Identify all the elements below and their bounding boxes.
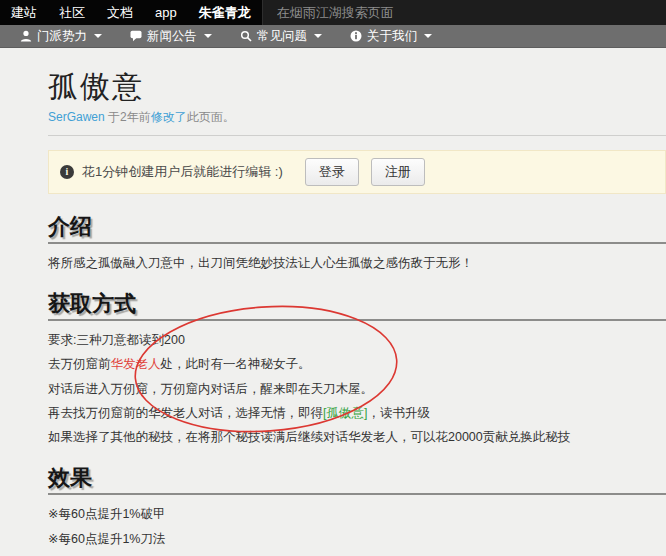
section-intro: 将所感之孤傲融入刀意中，出刀间凭绝妙技法让人心生孤傲之感伤敌于无形！ bbox=[48, 256, 666, 270]
topbar-item-jianzhan[interactable]: 建站 bbox=[0, 0, 48, 25]
nav-bar: 门派势力 新闻公告 常见问题 关于我们 bbox=[0, 25, 666, 48]
nav-item-label: 门派势力 bbox=[37, 28, 87, 45]
divider bbox=[48, 135, 666, 136]
nav-item-factions[interactable]: 门派势力 bbox=[6, 25, 116, 47]
login-button[interactable]: 登录 bbox=[305, 158, 359, 186]
user-icon bbox=[20, 30, 32, 42]
topbar-item-app[interactable]: app bbox=[144, 0, 188, 25]
nav-item-label: 常见问题 bbox=[257, 28, 307, 45]
section-heading-effect: 效果 bbox=[48, 465, 666, 495]
text-run: 处，此时有一名神秘女子。 bbox=[161, 357, 311, 371]
info-icon bbox=[350, 30, 362, 42]
keyword-red[interactable]: 华发老人 bbox=[111, 357, 161, 371]
register-button[interactable]: 注册 bbox=[371, 158, 425, 186]
section-effect: ※每60点提升1%破甲※每60点提升1%刀法※练至300级增加6%命中Ps.可与… bbox=[48, 507, 666, 556]
chevron-down-icon bbox=[314, 34, 322, 38]
chevron-down-icon bbox=[204, 34, 212, 38]
paragraph: 再去找万仞窟前的华发老人对话，选择无情，即得[孤傲意]，读书升级 bbox=[48, 406, 666, 420]
search-icon bbox=[240, 30, 252, 42]
nav-item-label: 关于我们 bbox=[367, 28, 417, 45]
chevron-down-icon bbox=[424, 34, 432, 38]
section-heading-intro: 介绍 bbox=[48, 214, 666, 244]
text-run: ※每60点提升1%破甲 bbox=[48, 507, 165, 521]
paragraph: 将所感之孤傲融入刀意中，出刀间凭绝妙技法让人心生孤傲之感伤敌于无形！ bbox=[48, 256, 666, 270]
text-run: 去万仞窟前 bbox=[48, 357, 111, 371]
topbar-item-shequ[interactable]: 社区 bbox=[48, 0, 96, 25]
paragraph: 去万仞窟前华发老人处，此时有一名神秘女子。 bbox=[48, 357, 666, 371]
search-input[interactable] bbox=[262, 0, 666, 25]
byline: SerGawen 于2年前修改了此页面。 bbox=[48, 109, 666, 126]
paragraph: ※每60点提升1%破甲 bbox=[48, 507, 666, 521]
nav-item-about[interactable]: 关于我们 bbox=[336, 25, 446, 47]
paragraph: 对话后进入万仞窟，万仞窟内对话后，醒来即在天刀木屋。 bbox=[48, 382, 666, 396]
text-run: 要求:三种刀意都读到200 bbox=[48, 333, 185, 347]
paragraph: 要求:三种刀意都读到200 bbox=[48, 333, 666, 347]
author-link[interactable]: SerGawen bbox=[48, 110, 105, 124]
login-alert: i 花1分钟创建用户后就能进行编辑 :) 登录 注册 bbox=[48, 150, 666, 194]
comment-icon bbox=[130, 30, 142, 42]
section-heading-obtain: 获取方式 bbox=[48, 291, 666, 321]
text-run: 如果选择了其他的秘技，在将那个秘技读满后继续对话华发老人，可以花20000贡献兑… bbox=[48, 430, 570, 444]
nav-item-label: 新闻公告 bbox=[147, 28, 197, 45]
text-run: ※每60点提升1%刀法 bbox=[48, 532, 165, 546]
paragraph: 如果选择了其他的秘技，在将那个秘技读满后继续对话华发老人，可以花20000贡献兑… bbox=[48, 430, 666, 444]
alert-text: 花1分钟创建用户后就能进行编辑 :) bbox=[82, 163, 283, 181]
chevron-down-icon bbox=[94, 34, 102, 38]
page: { "topbar": { "items": ["建站", "社区", "文档"… bbox=[0, 0, 666, 556]
main-content: 孤傲意 SerGawen 于2年前修改了此页面。 i 花1分钟创建用户后就能进行… bbox=[48, 70, 666, 556]
top-bar: 建站 社区 文档 app 朱雀青龙 bbox=[0, 0, 666, 25]
topbar-item-brand[interactable]: 朱雀青龙 bbox=[188, 0, 262, 25]
byline-text: 于2年前 bbox=[105, 110, 151, 124]
text-run: 再去找万仞窟前的华发老人对话，选择无情，即得 bbox=[48, 406, 323, 420]
page-title: 孤傲意 bbox=[48, 70, 666, 103]
text-run: 将所感之孤傲融入刀意中，出刀间凭绝妙技法让人心生孤傲之感伤敌于无形！ bbox=[48, 256, 473, 270]
text-run: 对话后进入万仞窟，万仞窟内对话后，醒来即在天刀木屋。 bbox=[48, 382, 373, 396]
info-icon: i bbox=[60, 165, 74, 179]
paragraph: ※每60点提升1%刀法 bbox=[48, 532, 666, 546]
byline-text: 此页面。 bbox=[187, 110, 235, 124]
nav-item-news[interactable]: 新闻公告 bbox=[116, 25, 226, 47]
keyword-green[interactable]: [孤傲意] bbox=[323, 406, 367, 420]
nav-item-faq[interactable]: 常见问题 bbox=[226, 25, 336, 47]
section-obtain: 要求:三种刀意都读到200去万仞窟前华发老人处，此时有一名神秘女子。对话后进入万… bbox=[48, 333, 666, 445]
text-run: ，读书升级 bbox=[367, 406, 430, 420]
topbar-item-wendang[interactable]: 文档 bbox=[96, 0, 144, 25]
edit-link[interactable]: 修改了 bbox=[151, 110, 187, 124]
